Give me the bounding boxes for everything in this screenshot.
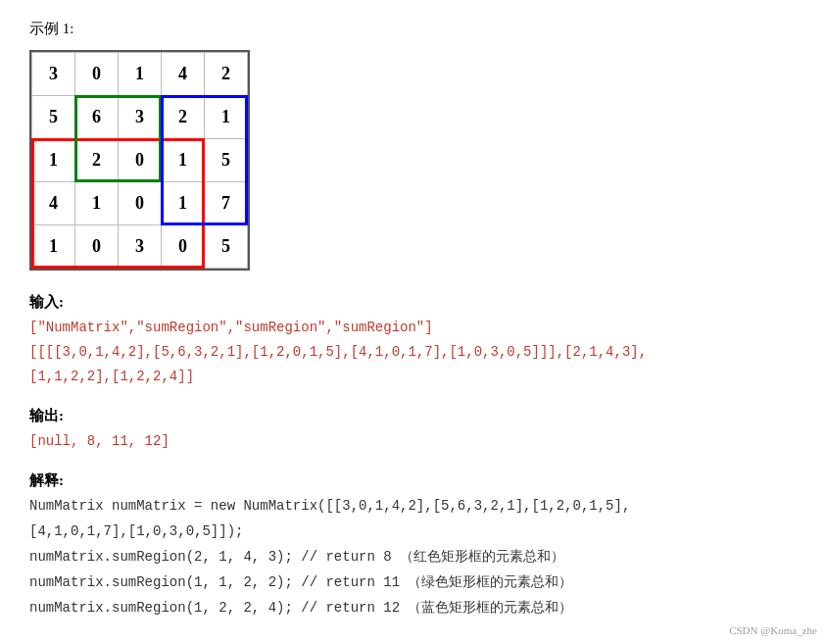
matrix-cell: 1 — [119, 53, 162, 96]
explain-line2: [4,1,0,1,7],[1,0,3,0,5]]); — [29, 523, 243, 539]
explain-label: 解释: — [29, 472, 64, 488]
matrix-cell: 1 — [162, 182, 205, 225]
matrix-cell: 1 — [32, 225, 75, 269]
matrix-cell: 3 — [32, 53, 75, 96]
matrix-wrapper: 3014256321120154101710305 — [29, 50, 250, 271]
matrix-cell: 7 — [205, 182, 248, 225]
explain-section: 解释: NumMatrix numMatrix = new NumMatrix(… — [29, 469, 796, 621]
matrix-cell: 6 — [75, 96, 119, 139]
matrix-cell: 2 — [162, 96, 205, 139]
matrix-cell: 4 — [32, 182, 75, 225]
matrix-cell: 2 — [75, 139, 119, 182]
output-section: 输出: [null, 8, 11, 12] — [29, 404, 796, 453]
matrix-cell: 0 — [75, 225, 119, 269]
explain-line5: numMatrix.sumRegion(1, 2, 2, 4); // retu… — [29, 600, 572, 616]
matrix-cell: 1 — [32, 139, 75, 182]
input-section: 输入: ["NumMatrix","sumRegion","sumRegion"… — [29, 290, 796, 388]
input-line1: ["NumMatrix","sumRegion","sumRegion","su… — [29, 320, 433, 335]
matrix-cell: 2 — [205, 53, 248, 96]
matrix-cell: 4 — [162, 53, 205, 96]
explain-line3: numMatrix.sumRegion(2, 1, 4, 3); // retu… — [29, 549, 564, 565]
input-label: 输入: — [29, 294, 64, 310]
matrix-cell: 0 — [75, 53, 119, 96]
matrix-cell: 0 — [119, 139, 162, 182]
input-line3: [1,1,2,2],[1,2,2,4]] — [29, 369, 194, 384]
watermark: CSDN @Koma_zhe — [729, 624, 817, 636]
matrix-cell: 0 — [119, 182, 162, 225]
matrix-cell: 1 — [75, 182, 119, 225]
output-label: 输出: — [29, 408, 64, 423]
matrix-cell: 1 — [162, 139, 205, 182]
matrix-cell: 5 — [205, 225, 248, 269]
matrix-cell: 5 — [32, 96, 75, 139]
input-line2: [[[[3,0,1,4,2],[5,6,3,2,1],[1,2,0,1,5],[… — [29, 344, 647, 360]
explain-line4: numMatrix.sumRegion(1, 1, 2, 2); // retu… — [29, 574, 572, 590]
matrix-cell: 0 — [162, 225, 205, 269]
matrix-cell: 3 — [119, 225, 162, 269]
output-value: [null, 8, 11, 12] — [29, 433, 170, 449]
matrix-cell: 5 — [205, 139, 248, 182]
matrix-cell: 3 — [119, 96, 162, 139]
explain-line1: NumMatrix numMatrix = new NumMatrix([[3,… — [29, 498, 630, 514]
matrix-cell: 1 — [205, 96, 248, 139]
page-title: 示例 1: — [29, 20, 796, 38]
matrix-table: 3014256321120154101710305 — [31, 52, 248, 269]
